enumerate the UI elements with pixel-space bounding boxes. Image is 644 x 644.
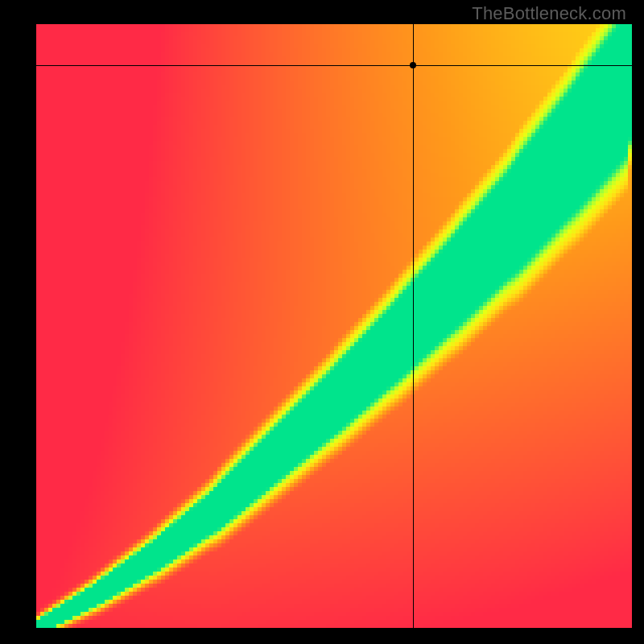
heatmap-canvas-wrap xyxy=(36,24,632,628)
watermark-text: TheBottleneck.com xyxy=(472,3,626,24)
heatmap-plot xyxy=(36,24,632,628)
heatmap-canvas xyxy=(36,24,632,628)
crosshair-vertical xyxy=(413,24,414,628)
crosshair-horizontal xyxy=(36,65,632,66)
marker-dot xyxy=(410,62,416,68)
